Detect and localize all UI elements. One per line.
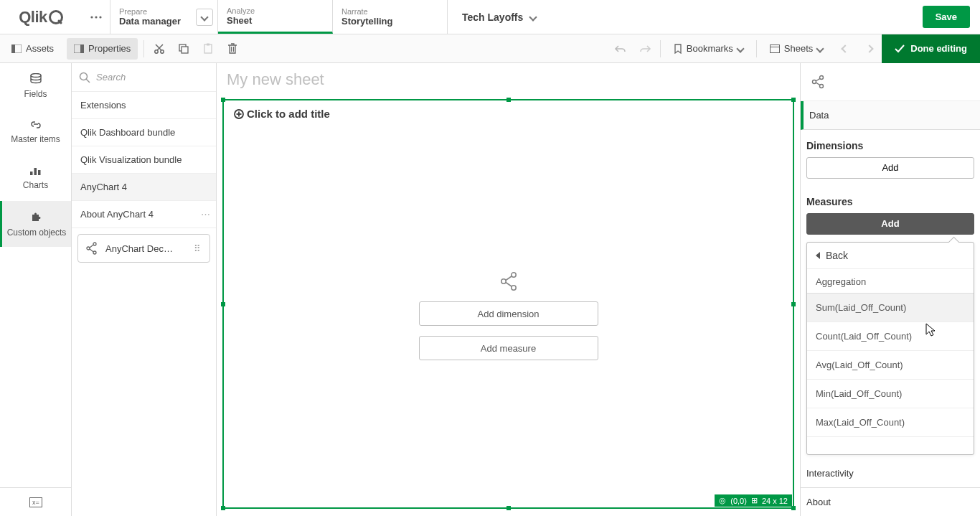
- svg-rect-17: [34, 168, 37, 175]
- svg-point-0: [90, 16, 93, 18]
- assets-label: Assets: [26, 43, 54, 54]
- properties-toggle[interactable]: Properties: [67, 38, 138, 60]
- agg-item-count[interactable]: Count(Laid_Off_Count): [807, 322, 974, 351]
- delete-button[interactable]: [220, 38, 245, 60]
- agg-label: Min(Laid_Off_Count): [816, 388, 902, 399]
- search-placeholder: Search: [96, 72, 126, 83]
- share-icon: [85, 242, 98, 255]
- nav-analyze[interactable]: Analyze Sheet: [218, 0, 333, 34]
- chevron-down-icon: [816, 44, 824, 52]
- svg-rect-12: [207, 43, 209, 45]
- visualization[interactable]: Click to add title Add dimension Add mea…: [222, 99, 794, 509]
- svg-text:x=: x=: [32, 499, 39, 506]
- variables-icon: x=: [29, 497, 42, 507]
- accordion-data[interactable]: Data: [801, 101, 980, 130]
- copy-button[interactable]: [171, 38, 196, 60]
- search-icon: [79, 72, 90, 83]
- rail-charts-label: Charts: [23, 180, 48, 190]
- app-name[interactable]: Tech Layoffs: [448, 0, 913, 34]
- svg-line-34: [506, 276, 512, 281]
- next-sheet-button[interactable]: [857, 38, 882, 60]
- measures-header: Measures: [801, 186, 980, 213]
- chevron-down-icon: [736, 44, 744, 52]
- nav-prepare[interactable]: Prepare Data manager: [110, 0, 218, 34]
- asset-extensions[interactable]: Extensions: [72, 92, 216, 119]
- add-measure-button[interactable]: Add measure: [419, 336, 598, 360]
- done-editing-button[interactable]: Done editing: [882, 34, 980, 63]
- asset-label: Extensions: [80, 100, 126, 111]
- save-button[interactable]: Save: [923, 6, 970, 28]
- asset-qlik-dashboard[interactable]: Qlik Dashboard bundle: [72, 119, 216, 146]
- sheets-button[interactable]: Sheets: [763, 38, 830, 60]
- caret-left-icon: [816, 252, 820, 259]
- global-menu-button[interactable]: [82, 0, 110, 34]
- aggregation-popup: Back Aggregation Sum(Laid_Off_Count) Cou…: [806, 242, 974, 455]
- share-icon: [811, 75, 825, 89]
- agg-item-max[interactable]: Max(Laid_Off_Count): [807, 408, 974, 437]
- svg-point-2: [99, 16, 101, 18]
- bookmarks-button[interactable]: Bookmarks: [666, 38, 750, 60]
- rail-fields-label: Fields: [24, 89, 47, 99]
- assets-toggle[interactable]: Assets: [4, 38, 61, 60]
- svg-point-33: [511, 286, 515, 290]
- agg-label: Count(Laid_Off_Count): [816, 331, 912, 342]
- agg-item-avg[interactable]: Avg(Laid_Off_Count): [807, 351, 974, 380]
- svg-point-23: [93, 243, 96, 245]
- viz-title-add[interactable]: Click to add title: [224, 100, 793, 124]
- gridsize: 24 x 12: [762, 497, 788, 505]
- add-dimension-button[interactable]: Add: [806, 157, 974, 179]
- rail-variables[interactable]: x=: [0, 487, 71, 516]
- nav-narrate[interactable]: Narrate Storytelling: [333, 0, 448, 34]
- svg-point-37: [813, 80, 816, 83]
- asset-search[interactable]: Search: [72, 63, 216, 92]
- nav-prepare-dropdown[interactable]: [196, 9, 213, 26]
- svg-line-27: [90, 249, 93, 252]
- rail-charts[interactable]: Charts: [0, 155, 71, 201]
- coords: (0,0): [730, 497, 747, 505]
- app-name-label: Tech Layoffs: [462, 11, 523, 23]
- svg-point-15: [31, 74, 41, 78]
- more-icon[interactable]: ⋯: [201, 209, 210, 220]
- nav-analyze-value: Sheet: [227, 15, 324, 26]
- paste-button[interactable]: [196, 38, 220, 60]
- bookmarks-label: Bookmarks: [687, 43, 733, 54]
- asset-qlik-viz[interactable]: Qlik Visualization bundle: [72, 146, 216, 174]
- grip-icon: ⠿: [194, 243, 202, 254]
- asset-card-anychart-dec[interactable]: AnyChart Dec… ⠿: [77, 234, 210, 263]
- add-dimension-button[interactable]: Add dimension: [419, 301, 598, 326]
- check-icon: [895, 44, 905, 53]
- svg-point-36: [820, 75, 824, 79]
- svg-line-35: [506, 283, 512, 287]
- redo-button[interactable]: [633, 38, 657, 60]
- popup-aggregation-label: Aggregation: [807, 269, 974, 294]
- prev-sheet-button[interactable]: [833, 38, 857, 60]
- agg-label: Sum(Laid_Off_Count): [816, 302, 906, 313]
- popup-back[interactable]: Back: [807, 243, 974, 269]
- svg-point-25: [93, 251, 96, 254]
- accordion-interactivity[interactable]: Interactivity: [801, 459, 980, 488]
- agg-label: Avg(Laid_Off_Count): [816, 360, 903, 370]
- undo-button[interactable]: [608, 38, 633, 60]
- nav-narrate-label: Narrate: [341, 7, 438, 16]
- rail-fields[interactable]: Fields: [0, 63, 71, 109]
- svg-rect-11: [204, 44, 212, 53]
- svg-line-40: [816, 83, 820, 85]
- sheets-label: Sheets: [784, 43, 813, 54]
- sheet-title[interactable]: My new sheet: [217, 63, 800, 96]
- asset-label: About AnyChart 4: [80, 209, 154, 220]
- asset-about-anychart[interactable]: About AnyChart 4 ⋯: [72, 201, 216, 228]
- nav-narrate-value: Storytelling: [341, 16, 438, 27]
- add-measure-button[interactable]: Add: [806, 213, 974, 235]
- accordion-about[interactable]: About: [801, 488, 980, 516]
- cut-button[interactable]: [147, 38, 171, 60]
- bar-chart-icon: [29, 166, 42, 176]
- asset-anychart4[interactable]: AnyChart 4: [72, 174, 216, 201]
- rail-custom-objects[interactable]: Custom objects: [0, 201, 71, 247]
- accordion-data-label: Data: [809, 110, 829, 121]
- agg-item-min[interactable]: Min(Laid_Off_Count): [807, 380, 974, 408]
- agg-item-sum[interactable]: Sum(Laid_Off_Count): [807, 294, 974, 322]
- rail-master-items[interactable]: Master items: [0, 109, 71, 155]
- rail-master-label: Master items: [11, 134, 60, 144]
- panel-left-icon: [11, 44, 22, 53]
- viz-title-prompt: Click to add title: [247, 108, 330, 120]
